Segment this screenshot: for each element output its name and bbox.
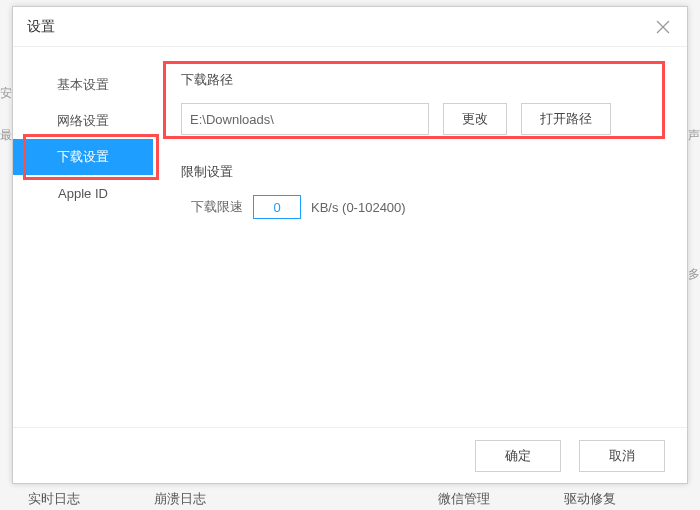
- dialog-footer: 确定 取消: [13, 427, 687, 483]
- sidebar-item-network[interactable]: 网络设置: [13, 103, 153, 139]
- bg-bottom: 实时日志 崩溃日志 微信管理 驱动修复: [0, 490, 700, 508]
- bg-text: 最: [0, 127, 12, 144]
- speed-limit-range: KB/s (0-102400): [311, 200, 406, 215]
- open-path-button[interactable]: 打开路径: [521, 103, 611, 135]
- change-path-button[interactable]: 更改: [443, 103, 507, 135]
- download-path-input[interactable]: [181, 103, 429, 135]
- sidebar-item-download[interactable]: 下载设置: [13, 139, 153, 175]
- limit-section-title: 限制设置: [181, 163, 659, 181]
- close-icon: [656, 20, 670, 34]
- download-path-title: 下载路径: [181, 71, 659, 89]
- sidebar-item-basic[interactable]: 基本设置: [13, 67, 153, 103]
- limit-section: 限制设置 下载限速 KB/s (0-102400): [181, 163, 659, 219]
- close-button[interactable]: [653, 17, 673, 37]
- sidebar: 基本设置 网络设置 下载设置 Apple ID: [13, 47, 153, 427]
- dialog-header: 设置: [13, 7, 687, 47]
- speed-limit-input[interactable]: [253, 195, 301, 219]
- download-path-section: 下载路径 更改 打开路径: [181, 71, 659, 135]
- bg-text: 多: [688, 266, 700, 283]
- ok-button[interactable]: 确定: [475, 440, 561, 472]
- bg-text: 安: [0, 85, 12, 102]
- settings-dialog: 设置 基本设置 网络设置 下载设置 Apple ID 下载路径 更改 打开路径 …: [12, 6, 688, 484]
- sidebar-item-appleid[interactable]: Apple ID: [13, 175, 153, 211]
- bg-text: 声: [688, 127, 700, 144]
- speed-limit-label: 下载限速: [191, 198, 243, 216]
- dialog-title: 设置: [27, 18, 55, 36]
- cancel-button[interactable]: 取消: [579, 440, 665, 472]
- content-panel: 下载路径 更改 打开路径 限制设置 下载限速 KB/s (0-102400): [153, 47, 687, 427]
